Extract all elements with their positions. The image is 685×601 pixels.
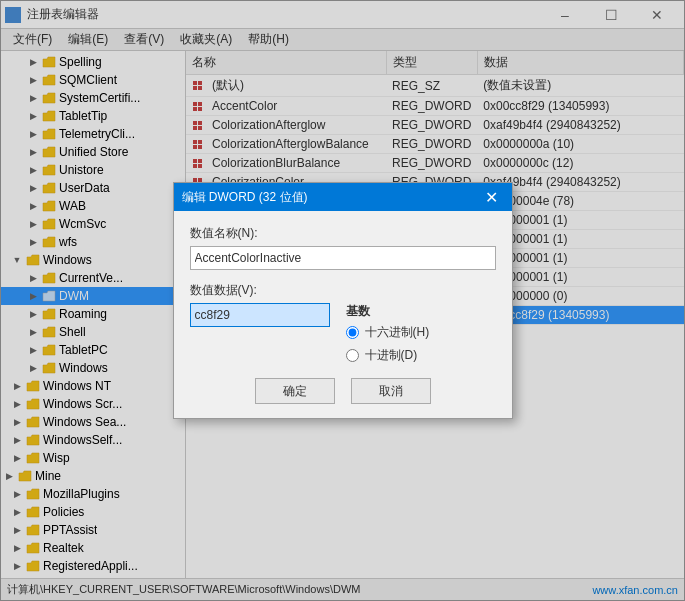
radio-dec-text: 十进制(D) — [365, 347, 418, 364]
dialog-name-input[interactable] — [190, 246, 496, 270]
dialog-name-label: 数值名称(N): — [190, 225, 496, 242]
dialog-base-label: 基数 — [346, 303, 430, 320]
radio-dec[interactable] — [346, 349, 359, 362]
radio-hex-text: 十六进制(H) — [365, 324, 430, 341]
dialog-buttons: 确定 取消 — [190, 378, 496, 404]
radio-dec-label[interactable]: 十进制(D) — [346, 347, 430, 364]
dialog-radios: 十六进制(H) 十进制(D) — [346, 324, 430, 364]
dialog-data-label: 数值数据(V): — [190, 282, 496, 299]
edit-dword-dialog: 编辑 DWORD (32 位值) ✕ 数值名称(N): 数值数据(V): 基数 … — [173, 182, 513, 419]
dialog-close-button[interactable]: ✕ — [480, 185, 504, 209]
dialog-base-group: 基数 十六进制(H) 十进制(D) — [346, 303, 430, 364]
dialog-title: 编辑 DWORD (32 位值) — [182, 189, 308, 206]
dialog-title-bar: 编辑 DWORD (32 位值) ✕ — [174, 183, 512, 211]
dialog-overlay: 编辑 DWORD (32 位值) ✕ 数值名称(N): 数值数据(V): 基数 … — [0, 0, 685, 601]
dialog-cancel-button[interactable]: 取消 — [351, 378, 431, 404]
dialog-data-row: 基数 十六进制(H) 十进制(D) — [190, 303, 496, 364]
dialog-body: 数值名称(N): 数值数据(V): 基数 十六进制(H) 十进制(D) — [174, 211, 512, 418]
radio-hex-label[interactable]: 十六进制(H) — [346, 324, 430, 341]
radio-hex[interactable] — [346, 326, 359, 339]
dialog-data-input[interactable] — [190, 303, 330, 327]
dialog-ok-button[interactable]: 确定 — [255, 378, 335, 404]
